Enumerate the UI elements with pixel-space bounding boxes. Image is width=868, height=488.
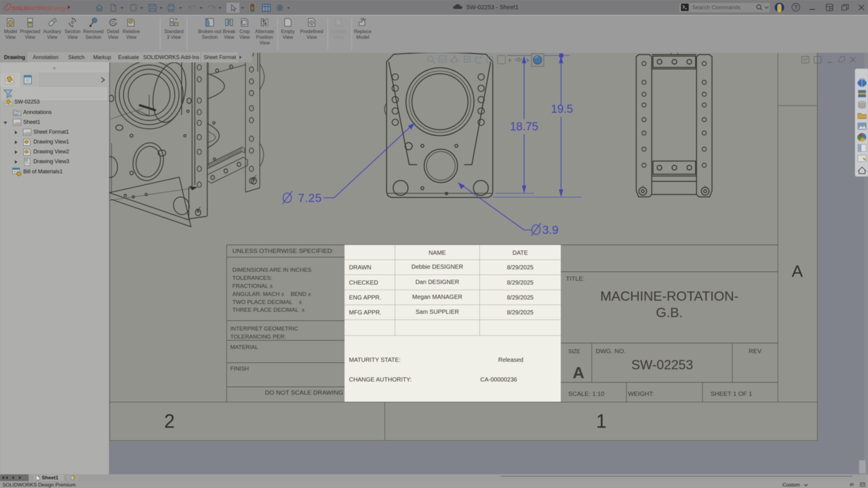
svg-text:2: 2 xyxy=(164,410,175,432)
svg-text:MATERIAL: MATERIAL xyxy=(230,344,258,350)
svg-text:SCALE: 1:10: SCALE: 1:10 xyxy=(568,390,604,397)
svg-text:INTERPRET GEOMETRIC: INTERPRET GEOMETRIC xyxy=(230,326,298,332)
svg-text:19.5: 19.5 xyxy=(551,102,573,115)
svg-text:MACHINE-ROTATION-: MACHINE-ROTATION- xyxy=(600,288,738,304)
svg-text:SW-02253: SW-02253 xyxy=(631,357,693,372)
svg-text:G.B.: G.B. xyxy=(656,305,683,320)
svg-text:TWO PLACE DECIMAL ±: TWO PLACE DECIMAL ± xyxy=(232,299,302,305)
svg-text:TOLERANCING PER:: TOLERANCING PER: xyxy=(230,334,286,340)
svg-text:A: A xyxy=(792,262,803,280)
svg-text:TOLERANCES:: TOLERANCES: xyxy=(232,275,272,281)
svg-text:TITLE:: TITLE: xyxy=(566,275,585,282)
svg-text:FINISH: FINISH xyxy=(230,365,249,372)
svg-text:ANGULAR: MACH ± BEND ±: ANGULAR: MACH ± BEND ± xyxy=(232,291,311,297)
svg-text:SHEET 1 OF 1: SHEET 1 OF 1 xyxy=(711,390,752,397)
svg-text:3.9: 3.9 xyxy=(542,223,558,236)
svg-text:A: A xyxy=(573,364,584,382)
svg-text:DO NOT SCALE DRAWING: DO NOT SCALE DRAWING xyxy=(265,389,343,396)
svg-text:Design: Design xyxy=(51,5,68,11)
svg-text:SOLIDWORKS: SOLIDWORKS xyxy=(12,5,51,11)
svg-text:SIZE: SIZE xyxy=(568,348,580,354)
svg-text:DWG. NO.: DWG. NO. xyxy=(596,347,625,354)
svg-text:REV: REV xyxy=(749,347,762,354)
svg-text:7.25: 7.25 xyxy=(298,191,322,204)
svg-text:FRACTIONAL ±: FRACTIONAL ± xyxy=(232,283,273,289)
svg-text:1: 1 xyxy=(596,410,607,432)
svg-text:THREE PLACE DECIMAL ±: THREE PLACE DECIMAL ± xyxy=(232,307,305,313)
svg-text:UNLESS OTHERWISE SPECIFIED:: UNLESS OTHERWISE SPECIFIED: xyxy=(232,247,334,254)
svg-text:WEIGHT:: WEIGHT: xyxy=(628,390,654,397)
svg-text:18.75: 18.75 xyxy=(510,120,538,133)
svg-text:DIMENSIONS ARE IN INCHES: DIMENSIONS ARE IN INCHES xyxy=(232,267,311,273)
